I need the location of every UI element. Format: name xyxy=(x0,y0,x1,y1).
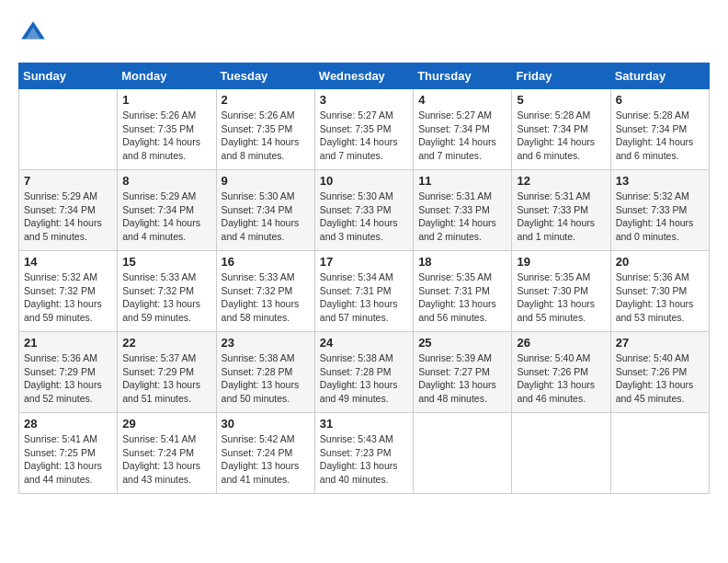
day-detail: Sunrise: 5:29 AM Sunset: 7:34 PM Dayligh… xyxy=(24,190,112,244)
day-number: 19 xyxy=(517,255,605,269)
day-detail: Sunrise: 5:28 AM Sunset: 7:34 PM Dayligh… xyxy=(616,109,704,163)
day-detail: Sunrise: 5:35 AM Sunset: 7:31 PM Dayligh… xyxy=(418,270,506,325)
day-detail: Sunrise: 5:31 AM Sunset: 7:33 PM Dayligh… xyxy=(418,190,506,244)
day-number: 14 xyxy=(24,255,112,269)
day-detail: Sunrise: 5:36 AM Sunset: 7:30 PM Dayligh… xyxy=(616,270,704,325)
day-number: 10 xyxy=(320,174,408,188)
day-number: 31 xyxy=(320,417,408,431)
day-detail: Sunrise: 5:41 AM Sunset: 7:25 PM Dayligh… xyxy=(24,432,112,487)
day-number: 8 xyxy=(122,174,210,188)
day-detail: Sunrise: 5:27 AM Sunset: 7:34 PM Dayligh… xyxy=(418,109,506,163)
day-detail: Sunrise: 5:36 AM Sunset: 7:29 PM Dayligh… xyxy=(24,351,112,406)
day-detail: Sunrise: 5:38 AM Sunset: 7:28 PM Dayligh… xyxy=(222,351,310,406)
calendar-cell: 30Sunrise: 5:42 AM Sunset: 7:24 PM Dayli… xyxy=(216,413,314,494)
day-detail: Sunrise: 5:26 AM Sunset: 7:35 PM Dayligh… xyxy=(222,109,310,163)
calendar-cell: 3Sunrise: 5:27 AM Sunset: 7:35 PM Daylig… xyxy=(314,89,413,170)
day-number: 12 xyxy=(517,174,605,188)
day-number: 28 xyxy=(24,417,112,431)
calendar-cell: 17Sunrise: 5:34 AM Sunset: 7:31 PM Dayli… xyxy=(314,251,413,332)
calendar-cell: 28Sunrise: 5:41 AM Sunset: 7:25 PM Dayli… xyxy=(19,413,118,494)
day-number: 6 xyxy=(616,93,704,107)
calendar-cell: 4Sunrise: 5:27 AM Sunset: 7:34 PM Daylig… xyxy=(414,89,512,170)
column-header-wednesday: Wednesday xyxy=(314,63,413,89)
calendar-cell: 13Sunrise: 5:32 AM Sunset: 7:33 PM Dayli… xyxy=(610,170,709,251)
column-header-monday: Monday xyxy=(118,63,216,89)
page-header xyxy=(18,18,710,48)
column-header-sunday: Sunday xyxy=(19,63,118,89)
day-number: 15 xyxy=(122,255,210,269)
day-number: 29 xyxy=(122,417,210,431)
day-detail: Sunrise: 5:30 AM Sunset: 7:33 PM Dayligh… xyxy=(320,190,408,244)
day-detail: Sunrise: 5:40 AM Sunset: 7:26 PM Dayligh… xyxy=(616,351,704,406)
day-detail: Sunrise: 5:40 AM Sunset: 7:26 PM Dayligh… xyxy=(517,351,605,406)
calendar-cell: 31Sunrise: 5:43 AM Sunset: 7:23 PM Dayli… xyxy=(314,413,413,494)
day-number: 16 xyxy=(222,255,310,269)
day-detail: Sunrise: 5:33 AM Sunset: 7:32 PM Dayligh… xyxy=(222,270,310,325)
day-number: 24 xyxy=(320,336,408,350)
calendar-cell: 21Sunrise: 5:36 AM Sunset: 7:29 PM Dayli… xyxy=(19,332,118,413)
column-header-friday: Friday xyxy=(512,63,610,89)
day-number: 22 xyxy=(122,336,210,350)
calendar-table: SundayMondayTuesdayWednesdayThursdayFrid… xyxy=(18,63,710,494)
day-number: 21 xyxy=(24,336,112,350)
logo-icon xyxy=(18,18,48,48)
day-number: 4 xyxy=(418,93,506,107)
logo xyxy=(18,18,51,48)
calendar-cell: 29Sunrise: 5:41 AM Sunset: 7:24 PM Dayli… xyxy=(118,413,216,494)
day-number: 23 xyxy=(222,336,310,350)
day-number: 20 xyxy=(616,255,704,269)
column-header-saturday: Saturday xyxy=(610,63,709,89)
calendar-cell: 27Sunrise: 5:40 AM Sunset: 7:26 PM Dayli… xyxy=(610,332,709,413)
day-detail: Sunrise: 5:38 AM Sunset: 7:28 PM Dayligh… xyxy=(320,351,408,406)
day-detail: Sunrise: 5:30 AM Sunset: 7:34 PM Dayligh… xyxy=(222,190,310,244)
calendar-cell: 16Sunrise: 5:33 AM Sunset: 7:32 PM Dayli… xyxy=(216,251,314,332)
calendar-week-3: 21Sunrise: 5:36 AM Sunset: 7:29 PM Dayli… xyxy=(19,332,710,413)
calendar-week-1: 7Sunrise: 5:29 AM Sunset: 7:34 PM Daylig… xyxy=(19,170,710,251)
calendar-cell: 24Sunrise: 5:38 AM Sunset: 7:28 PM Dayli… xyxy=(314,332,413,413)
calendar-cell: 8Sunrise: 5:29 AM Sunset: 7:34 PM Daylig… xyxy=(118,170,216,251)
calendar-cell: 2Sunrise: 5:26 AM Sunset: 7:35 PM Daylig… xyxy=(216,89,314,170)
day-number: 2 xyxy=(222,93,310,107)
day-number: 26 xyxy=(517,336,605,350)
day-number: 5 xyxy=(517,93,605,107)
calendar-cell: 25Sunrise: 5:39 AM Sunset: 7:27 PM Dayli… xyxy=(414,332,512,413)
day-detail: Sunrise: 5:32 AM Sunset: 7:33 PM Dayligh… xyxy=(616,190,704,244)
day-detail: Sunrise: 5:34 AM Sunset: 7:31 PM Dayligh… xyxy=(320,270,408,325)
day-detail: Sunrise: 5:28 AM Sunset: 7:34 PM Dayligh… xyxy=(517,109,605,163)
day-number: 25 xyxy=(418,336,506,350)
column-header-tuesday: Tuesday xyxy=(216,63,314,89)
calendar-cell: 5Sunrise: 5:28 AM Sunset: 7:34 PM Daylig… xyxy=(512,89,610,170)
calendar-cell: 1Sunrise: 5:26 AM Sunset: 7:35 PM Daylig… xyxy=(118,89,216,170)
day-detail: Sunrise: 5:31 AM Sunset: 7:33 PM Dayligh… xyxy=(517,190,605,244)
day-number: 1 xyxy=(122,93,210,107)
day-number: 7 xyxy=(24,174,112,188)
day-number: 30 xyxy=(222,417,310,431)
calendar-cell: 14Sunrise: 5:32 AM Sunset: 7:32 PM Dayli… xyxy=(19,251,118,332)
calendar-cell: 19Sunrise: 5:35 AM Sunset: 7:30 PM Dayli… xyxy=(512,251,610,332)
column-header-thursday: Thursday xyxy=(414,63,512,89)
calendar-cell: 20Sunrise: 5:36 AM Sunset: 7:30 PM Dayli… xyxy=(610,251,709,332)
day-number: 18 xyxy=(418,255,506,269)
day-number: 9 xyxy=(222,174,310,188)
calendar-cell: 7Sunrise: 5:29 AM Sunset: 7:34 PM Daylig… xyxy=(19,170,118,251)
day-detail: Sunrise: 5:42 AM Sunset: 7:24 PM Dayligh… xyxy=(222,432,310,487)
calendar-header-row: SundayMondayTuesdayWednesdayThursdayFrid… xyxy=(19,63,710,89)
calendar-cell: 10Sunrise: 5:30 AM Sunset: 7:33 PM Dayli… xyxy=(314,170,413,251)
day-number: 27 xyxy=(616,336,704,350)
day-detail: Sunrise: 5:35 AM Sunset: 7:30 PM Dayligh… xyxy=(517,270,605,325)
calendar-cell xyxy=(414,413,512,494)
day-detail: Sunrise: 5:32 AM Sunset: 7:32 PM Dayligh… xyxy=(24,270,112,325)
calendar-cell xyxy=(512,413,610,494)
day-detail: Sunrise: 5:29 AM Sunset: 7:34 PM Dayligh… xyxy=(122,190,210,244)
calendar-cell: 18Sunrise: 5:35 AM Sunset: 7:31 PM Dayli… xyxy=(414,251,512,332)
calendar-cell: 11Sunrise: 5:31 AM Sunset: 7:33 PM Dayli… xyxy=(414,170,512,251)
calendar-cell: 15Sunrise: 5:33 AM Sunset: 7:32 PM Dayli… xyxy=(118,251,216,332)
calendar-cell xyxy=(610,413,709,494)
calendar-cell: 22Sunrise: 5:37 AM Sunset: 7:29 PM Dayli… xyxy=(118,332,216,413)
calendar-cell: 6Sunrise: 5:28 AM Sunset: 7:34 PM Daylig… xyxy=(610,89,709,170)
day-detail: Sunrise: 5:26 AM Sunset: 7:35 PM Dayligh… xyxy=(122,109,210,163)
calendar-cell: 9Sunrise: 5:30 AM Sunset: 7:34 PM Daylig… xyxy=(216,170,314,251)
day-detail: Sunrise: 5:37 AM Sunset: 7:29 PM Dayligh… xyxy=(122,351,210,406)
calendar-cell xyxy=(19,89,118,170)
calendar-week-0: 1Sunrise: 5:26 AM Sunset: 7:35 PM Daylig… xyxy=(19,89,710,170)
